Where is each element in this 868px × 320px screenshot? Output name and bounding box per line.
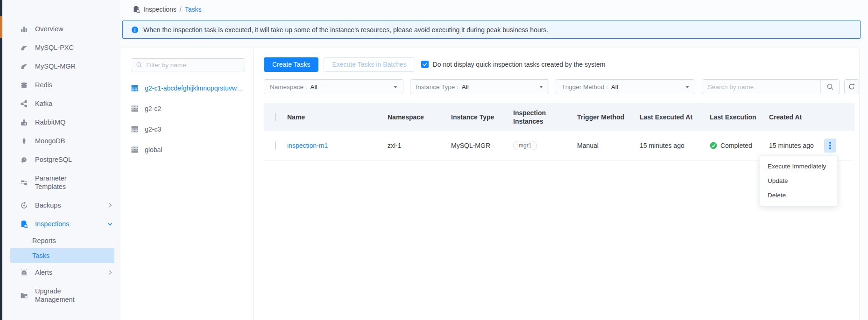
task-name-link[interactable]: inspection-m1 [287, 142, 388, 149]
sidebar-item-overview[interactable]: Overview [2, 20, 120, 38]
cluster-item[interactable]: g2-c1-abcdefghijklmnopqrstuvwx... [131, 78, 244, 98]
alerts-icon [20, 269, 28, 277]
sidebar-item-rabbitmq[interactable]: RabbitMQ [2, 113, 120, 132]
column-header-namespace: Namespace [388, 113, 451, 121]
search-input[interactable] [708, 83, 821, 90]
sidebar-item-alerts[interactable]: Alerts [2, 263, 120, 282]
filters-row: Namespace : All Instance Type : All Trig… [264, 79, 859, 94]
success-check-icon [710, 142, 717, 149]
cluster-filter [131, 58, 245, 71]
caret-down-icon [394, 86, 397, 88]
chevron-down-icon [107, 221, 113, 227]
upgrade-management-icon [20, 292, 28, 299]
menu-item-delete[interactable]: Delete [760, 188, 837, 202]
server-icon [131, 105, 139, 112]
sidebar-item-parameter-templates[interactable]: Parameter Templates [2, 169, 120, 196]
cluster-item[interactable]: global [131, 139, 244, 160]
sidebar-item-upgrade-management[interactable]: Upgrade Management [2, 282, 120, 309]
postgresql-icon [20, 156, 28, 164]
server-icon [131, 146, 139, 153]
cluster-item[interactable]: g2-c2 [131, 98, 244, 119]
sidebar-item-kafka[interactable]: Kafka [2, 94, 120, 113]
instance-type-select[interactable]: Instance Type : All [410, 79, 550, 94]
parameter-templates-icon [20, 179, 28, 187]
cell-namespace: zxl-1 [388, 142, 451, 149]
sidebar-item-redis[interactable]: Redis [2, 76, 120, 94]
select-all-checkbox[interactable] [275, 113, 276, 121]
toolbar: Create Tasks Execute Tasks in Batches Do… [264, 57, 859, 72]
chevron-right-icon [107, 202, 113, 208]
search-button[interactable] [820, 80, 839, 94]
redis-icon [20, 81, 28, 89]
row-actions-menu-button[interactable] [824, 139, 836, 153]
mysql-icon [20, 63, 28, 70]
sidebar-item-backups[interactable]: Backups [2, 196, 120, 215]
column-header-inspection-instances: Inspection Instances [513, 109, 577, 125]
sidebar-item-inspections[interactable]: Inspections [2, 215, 120, 233]
cluster-list: g2-c1-abcdefghijklmnopqrstuvwx... g2-c2 … [131, 78, 244, 160]
rabbitmq-icon [20, 118, 28, 126]
breadcrumb: Inspections / Tasks [133, 4, 202, 14]
menu-item-execute-immediately[interactable]: Execute Immediately [760, 159, 837, 174]
collapsed-rail [0, 0, 2, 320]
instance-badge: mgr1 [513, 141, 537, 150]
trigger-method-select[interactable]: Trigger Method : All [556, 79, 695, 94]
page: Overview MySQL-PXC MySQL-MGR Redis Kafka [0, 0, 868, 320]
create-tasks-button[interactable]: Create Tasks [264, 57, 318, 72]
overview-icon [20, 25, 28, 33]
cell-instance-type: MySQL-MGR [451, 142, 513, 149]
column-header-last-executed-at: Last Executed At [640, 113, 710, 121]
search-by-name-box [702, 79, 840, 94]
mysql-icon [20, 44, 28, 52]
row-checkbox[interactable] [275, 141, 276, 150]
info-icon [131, 26, 139, 34]
content-card: g2-c1-abcdefghijklmnopqrstuvwx... g2-c2 … [120, 48, 859, 320]
execute-tasks-in-batches-button[interactable]: Execute Tasks in Batches [324, 57, 415, 72]
column-header-trigger-method: Trigger Method [577, 113, 640, 121]
tasks-table: Name Namespace Instance Type Inspection … [264, 103, 854, 160]
cluster-panel: g2-c1-abcdefghijklmnopqrstuvwx... g2-c2 … [120, 48, 254, 320]
server-icon [131, 125, 139, 133]
cell-last-executed-at: 15 minutes ago [640, 142, 710, 149]
sidebar-item-postgresql[interactable]: PostgreSQL [2, 150, 120, 169]
refresh-button[interactable] [844, 79, 859, 94]
sidebar-item-tasks[interactable]: Tasks [10, 248, 114, 263]
breadcrumb-section[interactable]: Inspections [143, 6, 176, 13]
column-header-name: Name [287, 113, 388, 121]
sidebar-item-mysql-pxc[interactable]: MySQL-PXC [2, 38, 120, 57]
inspections-icon [133, 6, 140, 13]
status-badge: Completed [710, 142, 769, 149]
sidebar-item-reports[interactable]: Reports [10, 233, 114, 248]
caret-down-icon [539, 86, 543, 88]
rail-accent-marker [0, 16, 2, 38]
info-banner: When the inspection task is executed, it… [122, 21, 861, 39]
sidebar-item-mysql-mgr[interactable]: MySQL-MGR [2, 57, 120, 76]
namespace-select[interactable]: Namespace : All [264, 79, 403, 94]
row-actions-menu: Execute Immediately Update Delete [760, 155, 838, 206]
inspections-icon [20, 220, 28, 228]
column-header-created-at: Created At [769, 113, 824, 121]
sidebar-item-mongodb[interactable]: MongoDB [2, 132, 120, 150]
mongodb-icon [20, 137, 28, 145]
search-icon [136, 62, 142, 68]
column-header-instance-type: Instance Type [451, 113, 513, 121]
cluster-filter-input[interactable] [146, 62, 240, 69]
breadcrumb-separator: / [180, 6, 182, 13]
cell-trigger-method: Manual [577, 142, 640, 149]
checkbox-label: Do not display quick inspection tasks cr… [433, 61, 606, 68]
sidebar: Overview MySQL-PXC MySQL-MGR Redis Kafka [2, 0, 120, 320]
backups-icon [20, 202, 28, 209]
hide-quick-tasks-checkbox[interactable]: Do not display quick inspection tasks cr… [421, 61, 606, 68]
info-banner-text: When the inspection task is executed, it… [143, 26, 548, 34]
menu-item-update[interactable]: Update [760, 174, 837, 188]
column-header-last-execution: Last Execution [710, 113, 769, 121]
cluster-item[interactable]: g2-c3 [131, 119, 244, 139]
caret-down-icon [685, 86, 689, 88]
server-icon [131, 84, 139, 92]
table-header: Name Namespace Instance Type Inspection … [264, 103, 854, 131]
kafka-icon [20, 100, 28, 108]
cell-created-at: 15 minutes ago [769, 142, 824, 149]
checkbox-checked-icon [421, 61, 429, 68]
breadcrumb-current[interactable]: Tasks [185, 6, 202, 13]
chevron-right-icon [107, 270, 113, 275]
